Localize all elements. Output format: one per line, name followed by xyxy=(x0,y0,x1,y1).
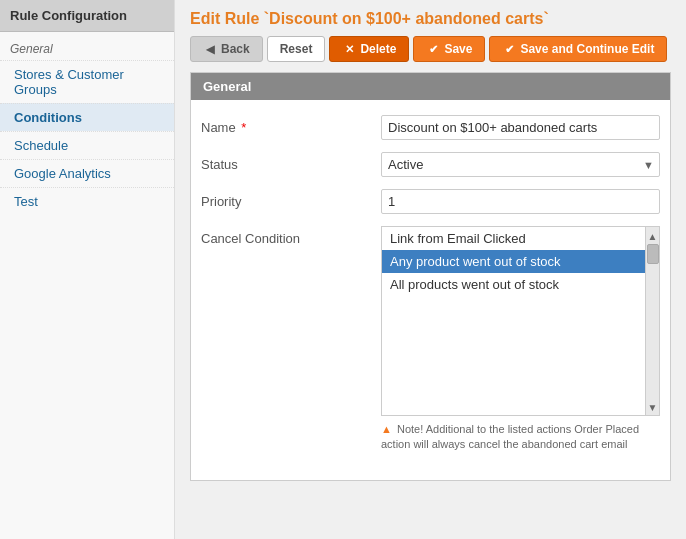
cancel-condition-listbox[interactable]: Link from Email Clicked Any product went… xyxy=(381,226,660,416)
list-item[interactable]: Link from Email Clicked xyxy=(382,227,645,250)
sidebar-item-test[interactable]: Test xyxy=(0,187,174,215)
priority-field xyxy=(381,189,660,214)
list-item[interactable]: All products went out of stock xyxy=(382,273,645,296)
sidebar-item-schedule[interactable]: Schedule xyxy=(0,131,174,159)
name-row: Name * xyxy=(201,115,660,140)
name-input[interactable] xyxy=(381,115,660,140)
status-field: Active Inactive ▼ xyxy=(381,152,660,177)
sidebar-item-stores-customer-groups[interactable]: Stores & Customer Groups xyxy=(0,60,174,103)
sidebar-item-google-analytics[interactable]: Google Analytics xyxy=(0,159,174,187)
save-icon: ✔ xyxy=(426,42,440,56)
scrollbar-track: ▲ ▼ xyxy=(645,227,659,416)
priority-row: Priority xyxy=(201,189,660,214)
cancel-condition-listbox-outer: Link from Email Clicked Any product went… xyxy=(381,226,660,416)
save-button[interactable]: ✔ Save xyxy=(413,36,485,62)
sidebar-section: General Stores & Customer Groups Conditi… xyxy=(0,32,174,221)
cancel-condition-label: Cancel Condition xyxy=(201,226,381,246)
status-select-wrap: Active Inactive ▼ xyxy=(381,152,660,177)
save-label: Save xyxy=(444,42,472,56)
page-title: Edit Rule `Discount on $100+ abandoned c… xyxy=(190,10,671,28)
back-label: Back xyxy=(221,42,250,56)
toolbar: ◀ Back Reset ✕ Delete ✔ Save ✔ Save and … xyxy=(190,36,671,62)
panel-body: Name * Status Active Inactive xyxy=(191,100,670,480)
cancel-condition-row: Cancel Condition Link from Email Clicked… xyxy=(201,226,660,453)
name-required: * xyxy=(241,120,246,135)
note-content: Note! Additional to the listed actions O… xyxy=(381,423,639,450)
general-panel: General Name * Status xyxy=(190,72,671,481)
priority-input[interactable] xyxy=(381,189,660,214)
reset-label: Reset xyxy=(280,42,313,56)
note-text: ▲ Note! Additional to the listed actions… xyxy=(381,422,660,453)
delete-icon: ✕ xyxy=(342,42,356,56)
save-continue-label: Save and Continue Edit xyxy=(520,42,654,56)
reset-button[interactable]: Reset xyxy=(267,36,326,62)
delete-label: Delete xyxy=(360,42,396,56)
sidebar-section-label: General xyxy=(0,38,174,60)
scrollbar-up-icon[interactable]: ▲ xyxy=(646,229,660,244)
sidebar-item-conditions[interactable]: Conditions xyxy=(0,103,174,131)
cancel-condition-field: Link from Email Clicked Any product went… xyxy=(381,226,660,453)
scrollbar-down-icon[interactable]: ▼ xyxy=(646,400,660,415)
back-button[interactable]: ◀ Back xyxy=(190,36,263,62)
main-content: Edit Rule `Discount on $100+ abandoned c… xyxy=(175,0,686,539)
back-icon: ◀ xyxy=(203,42,217,56)
status-row: Status Active Inactive ▼ xyxy=(201,152,660,177)
scrollbar-thumb[interactable] xyxy=(647,244,659,264)
note-icon: ▲ xyxy=(381,423,392,435)
list-item[interactable]: Any product went out of stock xyxy=(382,250,645,273)
panel-header: General xyxy=(191,73,670,100)
sidebar-title: Rule Configuration xyxy=(0,0,174,32)
name-field xyxy=(381,115,660,140)
save-continue-button[interactable]: ✔ Save and Continue Edit xyxy=(489,36,667,62)
sidebar: Rule Configuration General Stores & Cust… xyxy=(0,0,175,539)
save-continue-icon: ✔ xyxy=(502,42,516,56)
page-header: Edit Rule `Discount on $100+ abandoned c… xyxy=(190,10,671,62)
status-select[interactable]: Active Inactive xyxy=(381,152,660,177)
delete-button[interactable]: ✕ Delete xyxy=(329,36,409,62)
status-label: Status xyxy=(201,152,381,172)
name-label: Name * xyxy=(201,115,381,135)
priority-label: Priority xyxy=(201,189,381,209)
